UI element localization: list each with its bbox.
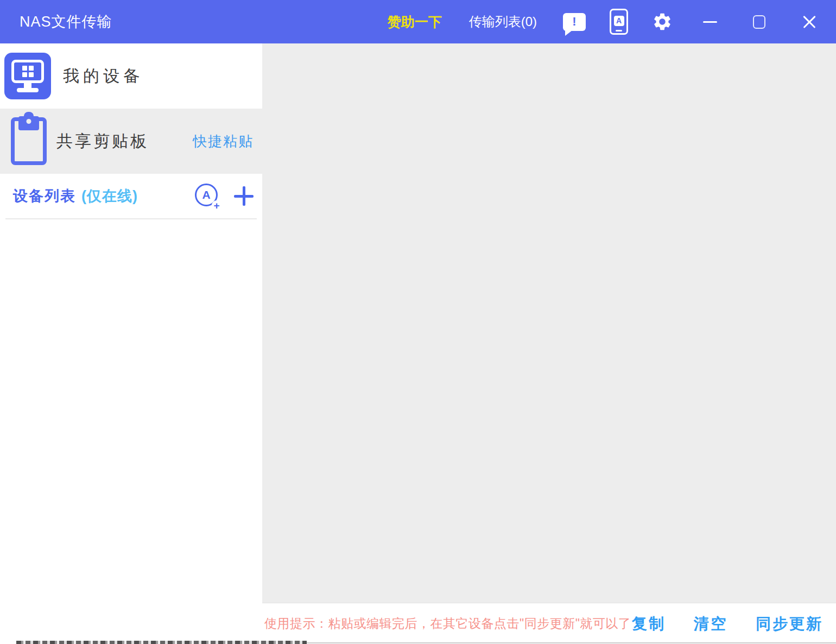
monitor-base	[17, 88, 39, 92]
gear-glyph	[652, 11, 673, 32]
minimize-button[interactable]	[703, 15, 717, 29]
phone-letter: A	[614, 16, 624, 26]
settings-gear-icon[interactable]	[652, 11, 673, 32]
mobile-app-icon[interactable]: A	[610, 9, 628, 35]
copy-button[interactable]: 复制	[632, 614, 666, 634]
auto-add-device-icon[interactable]: A +	[195, 184, 220, 209]
clear-button[interactable]: 清空	[694, 614, 727, 634]
maximize-button[interactable]	[753, 15, 765, 29]
monitor-screen	[11, 60, 44, 83]
close-button[interactable]	[802, 15, 816, 29]
clipboard-hole	[27, 119, 31, 124]
device-list-empty-area	[0, 219, 262, 644]
titlebar: NAS文件传输 赞助一下 传输列表(0) ! A	[0, 0, 836, 43]
sidebar-item-label: 我的设备	[63, 65, 143, 87]
sidebar-item-shared-clipboard[interactable]: 共享剪贴板 快捷粘贴	[0, 109, 262, 174]
monitor-windows-icon	[4, 53, 51, 99]
exclamation-mark: !	[572, 16, 576, 28]
feedback-icon[interactable]: !	[563, 13, 586, 31]
device-list-filter: (仅在线)	[81, 186, 138, 206]
clipboard-icon	[11, 117, 47, 165]
sync-update-button[interactable]: 同步更新	[756, 614, 823, 634]
shared-clipboard-panel: 使用提示：粘贴或编辑完后，在其它设备点击"同步更新"就可以了 复制 清空 同步更…	[262, 43, 836, 644]
transfer-list-link[interactable]: 传输列表(0)	[469, 13, 537, 30]
device-list-header: 设备列表 (仅在线) A +	[0, 174, 262, 218]
clipboard-bottom-bar: 使用提示：粘贴或编辑完后，在其它设备点击"同步更新"就可以了 复制 清空 同步更…	[262, 603, 836, 644]
sidebar: 我的设备 共享剪贴板 快捷粘贴 设备列表 (仅在线) A +	[0, 43, 262, 644]
usage-hint-text: 使用提示：粘贴或编辑完后，在其它设备点击"同步更新"就可以了	[264, 615, 631, 632]
app-body: 我的设备 共享剪贴板 快捷粘贴 设备列表 (仅在线) A +	[0, 43, 836, 644]
device-list-actions: A +	[195, 184, 254, 209]
sidebar-item-label: 共享剪贴板	[56, 130, 149, 153]
sponsor-link[interactable]: 赞助一下	[388, 13, 442, 31]
app-title: NAS文件传输	[20, 12, 112, 31]
quick-paste-link[interactable]: 快捷粘贴	[193, 132, 254, 151]
device-list-title: 设备列表	[13, 186, 76, 206]
auto-add-plus-badge: +	[212, 200, 221, 210]
windows-logo-icon	[22, 66, 34, 77]
sidebar-item-my-devices[interactable]: 我的设备	[0, 43, 262, 109]
app-window: NAS文件传输 赞助一下 传输列表(0) ! A	[0, 0, 836, 644]
add-device-icon[interactable]	[234, 186, 254, 206]
clipboard-content-area[interactable]	[262, 43, 836, 603]
clipboard-actions: 复制 清空 同步更新	[632, 614, 823, 634]
